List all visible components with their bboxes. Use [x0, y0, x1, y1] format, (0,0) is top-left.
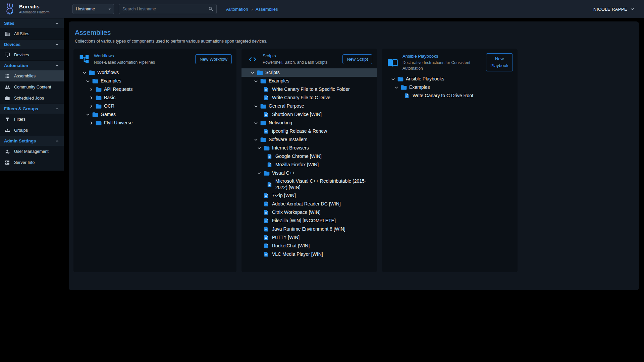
chevron-right-icon[interactable]: [88, 95, 95, 101]
sidebar-section-filters-groups[interactable]: Filters & Groups: [0, 104, 64, 114]
tree-item-software-installers[interactable]: Software Installers: [241, 135, 377, 144]
chevron-down-icon[interactable]: [85, 78, 92, 84]
tree-item-games[interactable]: Games: [73, 110, 236, 119]
tree-item-general-purpose[interactable]: General Purpose: [241, 102, 377, 110]
tree-item-microsoft-visual-c-redistributable-2015-2022-win[interactable]: Microsoft Visual C++ Redistributable (20…: [241, 177, 377, 191]
tree-item-rocketchat-win[interactable]: RocketChat [WIN]: [241, 242, 377, 250]
sidebar-item-devices[interactable]: Devices: [0, 49, 64, 60]
sidebar-item-server-info[interactable]: Server Info: [0, 157, 64, 168]
tree-item-ocr[interactable]: OCR: [73, 102, 236, 110]
tree-item-ipconfig-release-renew[interactable]: ipconfig Release & Renew: [241, 127, 377, 135]
chevron-down-icon[interactable]: [85, 112, 92, 118]
sidebar-item-filters[interactable]: Filters: [0, 114, 64, 125]
search-input[interactable]: [122, 6, 208, 12]
folder-icon: [257, 69, 265, 76]
breadcrumb-link-automation[interactable]: Automation: [226, 7, 248, 12]
tree-item-label: PuTTY [WIN]: [272, 234, 300, 241]
tree-item-examples[interactable]: Examples: [382, 83, 518, 92]
breadcrumb-current[interactable]: Assemblies: [256, 7, 278, 12]
tree-item-label: Mozilla Firefox [WIN]: [275, 161, 319, 169]
sidebar-item-scheduled-jobs[interactable]: Scheduled Jobs: [0, 93, 64, 104]
tree-item-workflows[interactable]: Workflows: [73, 68, 236, 77]
chevron-right-icon[interactable]: [88, 103, 95, 109]
chevron-up-icon: [54, 42, 60, 47]
sidebar-item-groups[interactable]: Groups: [0, 125, 64, 136]
tree-item-flyff-universe[interactable]: Flyff Universe: [73, 119, 236, 127]
tree-item-label: Write Canary to C Drive Root: [413, 92, 473, 100]
chevron-down-icon[interactable]: [390, 76, 397, 82]
tree-item-label: Networking: [269, 119, 292, 127]
new-workflow-button[interactable]: New Workflow: [195, 54, 232, 64]
tree-item-write-canary-file-to-a-specific-folder[interactable]: Write Canary File to a Specific Folder: [241, 85, 377, 94]
file-icon: [263, 235, 272, 240]
user-menu[interactable]: NICOLE RAPPE: [593, 6, 644, 12]
playbooks-tree: Ansible PlaybooksExamplesWrite Canary to…: [382, 75, 518, 100]
new-script-button[interactable]: New Script: [342, 54, 372, 64]
folder-icon: [397, 76, 406, 82]
tree-item-label: Examples: [269, 77, 289, 85]
chevron-down-icon[interactable]: [82, 70, 89, 76]
tree-item-basic[interactable]: Basic: [73, 94, 236, 102]
sidebar-item-label: Community Content: [14, 85, 51, 89]
tree-item-write-canary-file-to-c-drive[interactable]: Write Canary File to C Drive: [241, 94, 377, 102]
sidebar-item-user-management[interactable]: User Management: [0, 146, 64, 157]
folder-icon: [95, 95, 104, 101]
tree-item-examples[interactable]: Examples: [73, 77, 236, 85]
tree-item-adobe-acrobat-reader-dc-win[interactable]: Adobe Acrobat Reader DC [WIN]: [241, 200, 377, 208]
sidebar-section-sites[interactable]: Sites: [0, 18, 64, 28]
tree-item-scripts[interactable]: Scripts: [241, 68, 377, 77]
chevron-down-icon[interactable]: [393, 84, 400, 90]
sidebar-section-automation[interactable]: Automation: [0, 60, 64, 70]
hostname-select[interactable]: Hostname: [72, 4, 114, 14]
tree-item-write-canary-to-c-drive-root[interactable]: Write Canary to C Drive Root: [382, 92, 518, 100]
sidebar-section-devices[interactable]: Devices: [0, 39, 64, 49]
tree-item-7-zip-win[interactable]: 7-Zip [WIN]: [241, 191, 377, 200]
tree-item-visual-c[interactable]: Visual C++: [241, 169, 377, 177]
tree-item-google-chrome-win[interactable]: Google Chrome [WIN]: [241, 152, 377, 161]
card-title: Workflows: [94, 53, 191, 58]
chevron-down-icon[interactable]: [253, 137, 260, 143]
tree-item-vlc-media-player-win[interactable]: VLC Media Player [WIN]: [241, 250, 377, 258]
file-icon: [404, 93, 413, 99]
folder-icon: [260, 136, 269, 143]
sidebar-section-label: Sites: [4, 21, 14, 26]
chevron-right-icon[interactable]: [88, 120, 95, 126]
chevron-right-icon[interactable]: [88, 86, 95, 93]
user-name: NICOLE RAPPE: [593, 7, 627, 12]
devices-icon: [5, 52, 10, 58]
chevron-down-icon[interactable]: [256, 170, 263, 176]
folder-icon: [92, 111, 101, 118]
tree-item-examples[interactable]: Examples: [241, 77, 377, 85]
tree-item-citrix-workspace-win[interactable]: Citrix Workspace [WIN]: [241, 208, 377, 217]
new-playbook-button[interactable]: New Playbook: [486, 53, 513, 71]
tree-item-filezilla-win-incomplete[interactable]: FileZilla [WIN] [INCOMPLETE]: [241, 217, 377, 225]
tree-item-ansible-playbooks[interactable]: Ansible Playbooks: [382, 75, 518, 83]
folder-icon: [400, 84, 409, 91]
chevron-down-icon[interactable]: [253, 120, 260, 126]
user-management-icon: [5, 149, 10, 154]
sidebar: SitesAll SitesDevicesDevicesAutomationAs…: [0, 18, 64, 171]
tree-item-mozilla-firefox-win[interactable]: Mozilla Firefox [WIN]: [241, 161, 377, 169]
chevron-down-icon[interactable]: [253, 103, 260, 109]
sidebar-item-assemblies[interactable]: Assemblies: [0, 70, 64, 81]
workflow-icon: [79, 54, 90, 65]
chevron-down-icon[interactable]: [250, 70, 257, 76]
tree-item-networking[interactable]: Networking: [241, 119, 377, 127]
chevron-down-icon[interactable]: [256, 145, 263, 151]
tree-item-java-runtime-environment-8-win[interactable]: Java Runtime Environment 8 [WIN]: [241, 225, 377, 233]
tree-item-putty-win[interactable]: PuTTY [WIN]: [241, 233, 377, 242]
sidebar-item-community-content[interactable]: Community Content: [0, 81, 64, 93]
chevron-down-icon[interactable]: [253, 78, 260, 84]
sidebar-item-label: Server Info: [14, 160, 35, 165]
file-icon: [263, 128, 272, 134]
sidebar-item-all-sites[interactable]: All Sites: [0, 28, 64, 39]
tree-item-internet-browsers[interactable]: Internet Browsers: [241, 144, 377, 152]
tree-item-api-requests[interactable]: API Requests: [73, 85, 236, 94]
cards-row: Workflows Node-Based Automation Pipeline…: [73, 49, 634, 272]
sidebar-section-admin-settings[interactable]: Admin Settings: [0, 136, 64, 146]
borealis-logo: [4, 2, 16, 16]
scripts-card-header: Scripts Powershell, Batch, and Bash Scri…: [246, 53, 373, 65]
sites-icon: [5, 31, 10, 37]
tree-item-shutdown-device-win[interactable]: Shutdown Device [WIN]: [241, 110, 377, 119]
sidebar-item-label: Groups: [14, 128, 28, 133]
